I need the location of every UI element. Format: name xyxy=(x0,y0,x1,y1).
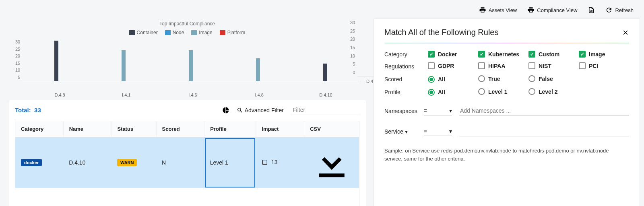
csv-icon: CSV xyxy=(588,6,595,14)
radio-level-2[interactable]: Level 2 xyxy=(528,88,557,95)
refresh-button[interactable]: Refresh xyxy=(605,6,634,14)
cell-profile: Level 2 xyxy=(204,188,256,206)
y-axis: 30 25 20 15 10 5 xyxy=(15,39,23,80)
compliance-view-button[interactable]: Compliance View xyxy=(527,6,577,14)
refresh-label: Refresh xyxy=(615,7,634,13)
gradient-divider xyxy=(384,43,629,43)
radio-true[interactable]: True xyxy=(478,75,500,82)
checkbox-custom[interactable]: Custom xyxy=(528,51,559,58)
radio-false[interactable]: False xyxy=(528,75,553,82)
sample-text: Sample: on Service use redis-pod.demo,nv… xyxy=(384,147,618,163)
advanced-filter-button[interactable]: Advanced Filter xyxy=(237,107,284,113)
x-axis: D.4.8 I.4.1 I.4.6 I.4.8 D.4.10 xyxy=(27,93,359,97)
checkbox-pci[interactable]: PCI xyxy=(579,62,598,69)
cell-name: D.4.10 xyxy=(63,137,111,188)
cell-scored: N xyxy=(156,188,204,206)
toolbar: Assets View Compliance View CSV Refresh xyxy=(0,0,644,16)
col-name[interactable]: Name xyxy=(63,121,111,137)
csv-export-button[interactable]: CSV xyxy=(588,6,595,14)
total-count: Total: 33 xyxy=(15,107,41,113)
print-icon xyxy=(479,6,486,14)
checkbox-nist[interactable]: NIST xyxy=(528,62,551,69)
cell-impact: 13 xyxy=(262,159,278,165)
category-tag: docker xyxy=(21,159,42,166)
compliance-view-label: Compliance View xyxy=(537,7,577,13)
radio-level-1[interactable]: Level 1 xyxy=(478,88,507,95)
service-label: Service xyxy=(384,128,403,135)
close-icon[interactable] xyxy=(622,29,629,36)
legend-node[interactable]: Node xyxy=(165,30,184,35)
chevron-down-icon[interactable]: ▾ xyxy=(405,128,408,135)
pie-chart-icon[interactable] xyxy=(222,107,229,114)
download-icon[interactable] xyxy=(310,192,353,206)
radio-all[interactable]: All xyxy=(428,89,445,96)
col-status[interactable]: Status xyxy=(111,121,156,137)
legend-image[interactable]: Image xyxy=(191,30,212,35)
checkbox-hipaa[interactable]: HIPAA xyxy=(478,62,506,69)
filter-row-label: Scored xyxy=(384,76,428,82)
service-op-select[interactable]: =▾ xyxy=(424,127,452,136)
filter-row-label: Profile xyxy=(384,89,428,95)
legend-platform[interactable]: Platform xyxy=(220,30,246,35)
assets-view-button[interactable]: Assets View xyxy=(479,6,517,14)
advanced-filter-panel: Match All of the Following Rules Categor… xyxy=(374,19,640,206)
compliance-table-card: Total: 33 Advanced Filter xyxy=(8,100,366,206)
radio-all[interactable]: All xyxy=(428,76,445,83)
checkbox-gdpr[interactable]: GDPR xyxy=(428,62,454,69)
namespaces-op-select[interactable]: =▾ xyxy=(424,106,452,115)
cell-name: D.4.8 xyxy=(63,188,111,206)
refresh-icon xyxy=(605,6,613,14)
service-input[interactable] xyxy=(459,126,629,136)
search-icon xyxy=(237,107,243,113)
compliance-table: Category Name Status Scored Profile Impa… xyxy=(15,121,359,206)
chart-title: Top Impactful Compliance xyxy=(15,21,359,27)
chart-legend: Container Node Image Platform xyxy=(15,30,359,35)
checkbox-docker[interactable]: Docker xyxy=(428,51,457,58)
legend-container[interactable]: Container xyxy=(129,30,158,35)
col-profile[interactable]: Profile xyxy=(204,121,256,137)
namespaces-input[interactable] xyxy=(459,106,629,116)
col-scored[interactable]: Scored xyxy=(156,121,204,137)
chevron-down-icon: ▾ xyxy=(449,128,452,134)
chevron-down-icon: ▾ xyxy=(449,107,452,114)
download-icon[interactable] xyxy=(310,141,353,184)
col-impact[interactable]: Impact xyxy=(256,121,304,137)
assets-view-label: Assets View xyxy=(489,7,517,13)
col-csv[interactable]: CSV xyxy=(304,121,359,137)
table-header-row: Category Name Status Scored Profile Impa… xyxy=(15,121,359,137)
cell-profile: Level 1 xyxy=(204,137,256,188)
col-category[interactable]: Category xyxy=(15,121,64,137)
top-impactful-compliance-chart: Top Impactful Compliance Container Node … xyxy=(8,16,366,97)
print-icon xyxy=(527,6,535,14)
filter-input[interactable] xyxy=(291,105,359,115)
cell-scored: N xyxy=(156,137,204,188)
checkbox-kubernetes[interactable]: Kubernetes xyxy=(478,51,519,58)
filter-row-label: Regulations xyxy=(384,63,428,70)
svg-text:CSV: CSV xyxy=(590,10,594,12)
status-badge: WARN xyxy=(117,159,137,166)
chart-bars xyxy=(23,39,359,81)
filter-row-label: Category xyxy=(384,51,428,58)
checkbox-image[interactable]: Image xyxy=(579,51,605,58)
namespaces-label: Namespaces xyxy=(384,108,417,114)
panel-title: Match All of the Following Rules xyxy=(384,28,498,37)
table-row[interactable]: dockerD.4.10WARNNLevel 113 xyxy=(15,137,359,188)
table-row[interactable]: dockerD.4.8WARNNLevel 230 xyxy=(15,188,359,206)
